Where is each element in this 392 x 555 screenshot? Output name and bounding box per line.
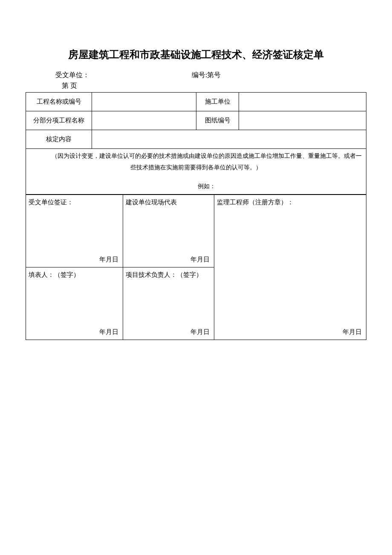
cell-subproject-label: 分部分项工程名称 — [26, 111, 92, 130]
sig-supervisor-cell: 监理工程师（注册方章）： 年月日 — [214, 195, 366, 340]
body-paragraph: （因为设计变更，建设单位认可的必要的技术措施或由建设单位的原因造成施工单位增加工… — [28, 151, 364, 173]
meta-row: 受文单位： 编号:第号 — [26, 71, 366, 80]
cell-project-name-value — [92, 93, 196, 111]
sig-preparer-label: 填表人：（签字） — [29, 271, 80, 278]
recipient-label: 受文单位： — [55, 71, 192, 80]
sig-owner-rep-cell: 建设单位现场代表 年月日 — [123, 195, 214, 267]
sig-tech-lead-label: 项目技术负责人：（签字） — [126, 271, 202, 278]
cell-subproject-value — [92, 111, 196, 130]
page-label: 第 页 — [26, 81, 366, 90]
sig-supervisor-label: 监理工程师（注册方章）： — [217, 199, 294, 206]
sig-recipient-date: 年月日 — [99, 256, 118, 264]
sig-tech-lead-date: 年月日 — [190, 328, 210, 336]
sig-preparer-date: 年月日 — [99, 328, 118, 336]
sig-preparer-cell: 填表人：（签字） 年月日 — [26, 267, 123, 340]
header-table: 工程名称或编号 施工单位 分部分项工程名称 图纸编号 核定内容 （因为设计变更，… — [26, 92, 366, 195]
cell-project-name-label: 工程名称或编号 — [26, 93, 92, 111]
cell-approval-content-value — [92, 130, 366, 149]
cell-approval-content-label: 核定内容 — [26, 130, 92, 149]
sig-recipient-label: 受文单位签证： — [29, 199, 73, 206]
cell-drawing-no-value — [239, 111, 366, 130]
sig-owner-rep-date: 年月日 — [190, 256, 210, 264]
sig-recipient-cell: 受文单位签证： 年月日 — [26, 195, 123, 267]
cell-drawing-no-label: 图纸编号 — [196, 111, 239, 130]
sig-tech-lead-cell: 项目技术负责人：（签字） 年月日 — [123, 267, 214, 340]
serial-label: 编号:第号 — [192, 71, 221, 80]
document-title: 房屋建筑工程和市政基础设施工程技术、经济签证核定单 — [26, 47, 366, 62]
sig-owner-rep-label: 建设单位现场代表 — [126, 199, 177, 206]
cell-construction-unit-label: 施工单位 — [196, 93, 239, 111]
sig-supervisor-date: 年月日 — [343, 328, 362, 336]
body-example: 例如： — [28, 181, 364, 192]
cell-construction-unit-value — [239, 93, 366, 111]
body-content-cell: （因为设计变更，建设单位认可的必要的技术措施或由建设单位的原因造成施工单位增加工… — [26, 149, 366, 195]
signature-table: 受文单位签证： 年月日 建设单位现场代表 年月日 监理工程师（注册方章）： 年月… — [26, 195, 366, 340]
